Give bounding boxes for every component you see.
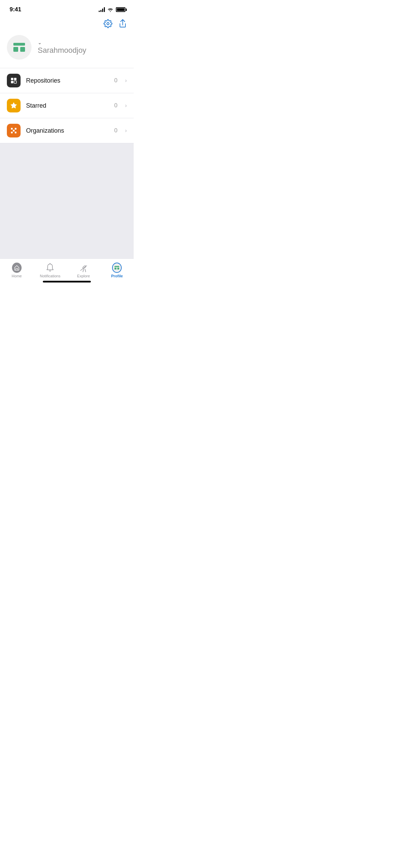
svg-rect-12 xyxy=(15,132,16,133)
organizations-icon xyxy=(10,127,17,134)
svg-point-0 xyxy=(107,23,109,25)
explore-label: Explore xyxy=(77,274,90,278)
repositories-item[interactable]: Repositories 0 › xyxy=(0,68,134,93)
svg-line-16 xyxy=(83,269,84,272)
chevron-down-icon: ⌄ xyxy=(38,40,42,45)
starred-chevron: › xyxy=(125,103,127,109)
status-bar: 9:41 xyxy=(0,0,134,16)
svg-rect-21 xyxy=(117,268,119,270)
status-time: 9:41 xyxy=(10,6,21,13)
notifications-icon xyxy=(45,263,55,273)
organizations-chevron: › xyxy=(125,128,127,134)
profile-section: ⌄ Sarahmoodjoy xyxy=(0,31,134,68)
organizations-item[interactable]: Organizations 0 › xyxy=(0,118,134,143)
explore-icon xyxy=(79,263,88,273)
organizations-icon-wrap xyxy=(7,124,21,137)
home-label: Home xyxy=(12,274,22,278)
username: Sarahmoodjoy xyxy=(38,46,86,55)
svg-rect-6 xyxy=(14,78,16,80)
avatar[interactable] xyxy=(7,35,32,60)
profile-label: Profile xyxy=(111,274,123,278)
menu-list: Repositories 0 › Starred 0 › Organizatio… xyxy=(0,68,134,143)
organizations-count: 0 xyxy=(114,127,117,134)
nav-notifications[interactable]: Notifications xyxy=(38,262,62,278)
svg-rect-19 xyxy=(114,266,119,267)
settings-button[interactable] xyxy=(104,19,112,28)
house-icon xyxy=(14,265,20,271)
repositories-icon xyxy=(10,77,17,84)
nav-items: Home Notifications xyxy=(0,262,134,278)
gear-icon xyxy=(104,19,112,28)
svg-rect-3 xyxy=(13,47,18,52)
signal-icon xyxy=(99,7,105,12)
repositories-icon-wrap xyxy=(7,74,21,87)
profile-avatar-logo xyxy=(113,264,121,272)
organizations-label: Organizations xyxy=(26,127,109,134)
svg-point-15 xyxy=(82,265,86,269)
header-actions xyxy=(0,16,134,31)
repositories-label: Repositories xyxy=(26,77,109,84)
svg-rect-13 xyxy=(13,130,15,132)
repositories-chevron: › xyxy=(125,77,127,84)
svg-rect-11 xyxy=(15,128,16,130)
nav-profile[interactable]: Profile xyxy=(105,262,129,278)
wifi-icon xyxy=(107,7,113,12)
svg-rect-5 xyxy=(11,78,13,80)
home-indicator xyxy=(43,281,91,282)
svg-rect-2 xyxy=(13,43,25,46)
share-button[interactable] xyxy=(119,19,127,28)
svg-rect-10 xyxy=(11,132,13,133)
starred-label: Starred xyxy=(26,102,109,109)
svg-rect-18 xyxy=(113,264,121,272)
starred-icon-wrap xyxy=(7,99,21,112)
profile-nav-icon xyxy=(112,263,122,273)
avatar-logo xyxy=(10,38,28,57)
nav-home[interactable]: Home xyxy=(5,262,29,278)
svg-rect-7 xyxy=(11,81,13,83)
bell-icon xyxy=(46,263,54,273)
svg-rect-4 xyxy=(20,47,25,52)
svg-rect-1 xyxy=(10,38,28,57)
svg-rect-8 xyxy=(14,81,16,83)
nav-explore[interactable]: Explore xyxy=(72,262,96,278)
profile-info: ⌄ Sarahmoodjoy xyxy=(38,40,86,55)
starred-count: 0 xyxy=(114,102,117,109)
status-icons xyxy=(99,7,127,12)
battery-icon xyxy=(116,7,127,12)
svg-rect-20 xyxy=(114,268,117,270)
telescope-icon xyxy=(79,263,88,273)
home-icon xyxy=(12,263,22,273)
account-switcher[interactable]: ⌄ xyxy=(38,40,86,45)
starred-item[interactable]: Starred 0 › xyxy=(0,93,134,118)
repositories-count: 0 xyxy=(114,77,117,84)
bottom-nav: Home Notifications xyxy=(0,258,134,289)
svg-rect-9 xyxy=(11,128,13,130)
star-icon xyxy=(10,102,17,109)
notifications-label: Notifications xyxy=(40,274,60,278)
share-icon xyxy=(119,19,127,28)
svg-line-17 xyxy=(85,269,86,272)
